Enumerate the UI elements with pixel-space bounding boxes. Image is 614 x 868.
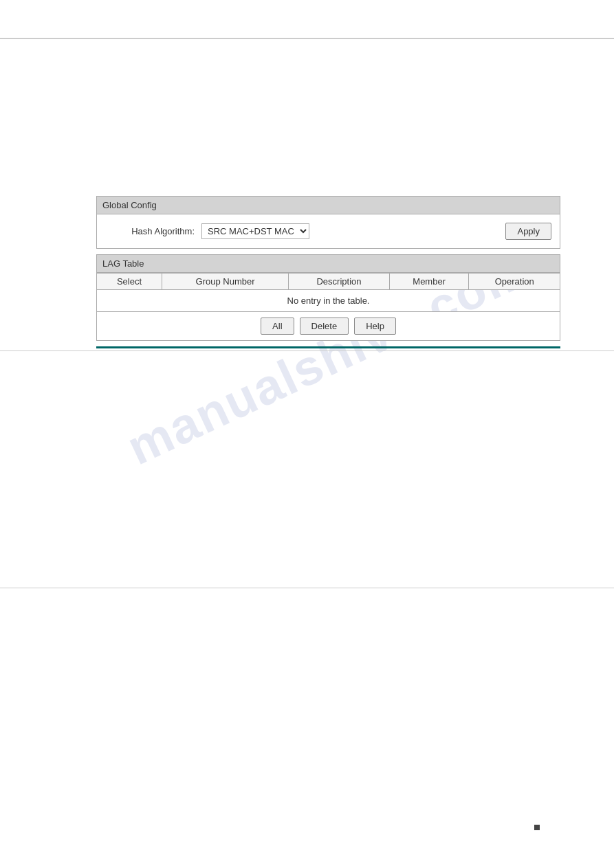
global-config-body: Hash Algorithm: SRC MAC+DST MAC SRC IP+D… bbox=[96, 214, 560, 249]
apply-button[interactable]: Apply bbox=[505, 223, 551, 240]
apply-btn-wrapper: Apply bbox=[377, 223, 552, 240]
hash-algorithm-row: Hash Algorithm: SRC MAC+DST MAC SRC IP+D… bbox=[105, 220, 551, 243]
main-container: Global Config Hash Algorithm: SRC MAC+DS… bbox=[96, 196, 560, 348]
col-select: Select bbox=[97, 274, 162, 290]
table-actions: All Delete Help bbox=[96, 312, 560, 341]
no-entry-row: No entry in the table. bbox=[97, 290, 560, 312]
hash-algorithm-input-area: SRC MAC+DST MAC SRC IP+DST IP SRC MAC DS… bbox=[201, 223, 377, 239]
col-member: Member bbox=[389, 274, 469, 290]
help-button[interactable]: Help bbox=[354, 318, 396, 335]
teal-divider bbox=[96, 346, 560, 348]
delete-button[interactable]: Delete bbox=[300, 318, 349, 335]
global-config-header: Global Config bbox=[96, 196, 560, 214]
small-square-indicator bbox=[534, 825, 540, 830]
bottom-divider-upper bbox=[0, 350, 614, 351]
lag-table-header-row: Select Group Number Description Member O… bbox=[97, 274, 560, 290]
no-entry-text: No entry in the table. bbox=[97, 290, 560, 312]
hash-algorithm-label: Hash Algorithm: bbox=[105, 226, 201, 236]
lag-table-header: LAG Table bbox=[96, 254, 560, 273]
col-description: Description bbox=[289, 274, 390, 290]
all-button[interactable]: All bbox=[261, 318, 294, 335]
hash-algorithm-select[interactable]: SRC MAC+DST MAC SRC IP+DST IP SRC MAC DS… bbox=[201, 223, 309, 239]
top-divider bbox=[0, 38, 614, 39]
col-group-number: Group Number bbox=[162, 274, 289, 290]
bottom-divider-lower bbox=[0, 588, 614, 588]
lag-table: Select Group Number Description Member O… bbox=[96, 273, 560, 312]
col-operation: Operation bbox=[469, 274, 560, 290]
lag-table-section: LAG Table Select Group Number Descriptio… bbox=[96, 254, 560, 341]
